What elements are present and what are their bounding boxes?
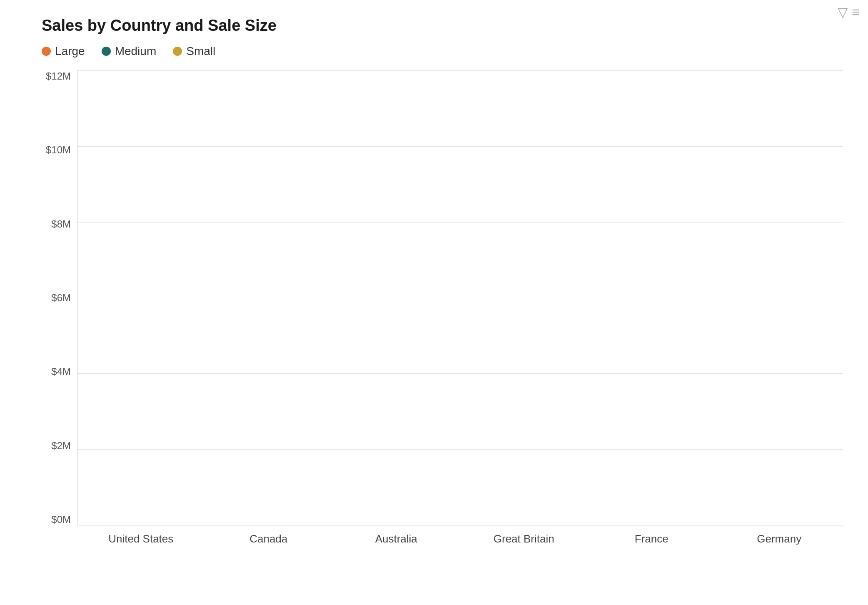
- y-axis-label: $2M: [42, 440, 75, 452]
- legend: Large Medium Small: [42, 45, 843, 58]
- legend-item-small: Small: [173, 45, 215, 58]
- small-legend-dot: [173, 47, 182, 56]
- x-axis-label: France: [588, 528, 716, 550]
- y-axis-label: $10M: [42, 144, 75, 156]
- chart-area: $0M$2M$4M$6M$8M$10M$12M United StatesCan…: [42, 70, 843, 550]
- legend-label-small: Small: [186, 45, 215, 58]
- large-legend-dot: [42, 47, 51, 56]
- bars-area: [77, 70, 843, 525]
- medium-legend-dot: [102, 47, 111, 56]
- legend-label-medium: Medium: [115, 45, 157, 58]
- x-axis-label: Germany: [716, 528, 843, 550]
- chart-title: Sales by Country and Sale Size: [42, 17, 843, 35]
- y-axis-label: $0M: [42, 514, 75, 525]
- x-labels: United StatesCanadaAustraliaGreat Britai…: [77, 528, 843, 550]
- y-axis-label: $8M: [42, 218, 75, 230]
- y-axis-label: $12M: [42, 70, 75, 82]
- chart-container: ▽ ≡ Sales by Country and Sale Size Large…: [0, 0, 868, 605]
- filter-icon[interactable]: ▽ ≡: [838, 4, 860, 20]
- legend-item-large: Large: [42, 45, 85, 58]
- y-axis-label: $6M: [42, 292, 75, 304]
- legend-item-medium: Medium: [102, 45, 157, 58]
- legend-label-large: Large: [55, 45, 85, 58]
- x-axis-label: United States: [77, 528, 205, 550]
- x-axis-label: Australia: [332, 528, 460, 550]
- y-axis: $0M$2M$4M$6M$8M$10M$12M: [42, 70, 75, 525]
- x-axis-label: Canada: [205, 528, 333, 550]
- x-axis-label: Great Britain: [460, 528, 588, 550]
- y-axis-label: $4M: [42, 366, 75, 378]
